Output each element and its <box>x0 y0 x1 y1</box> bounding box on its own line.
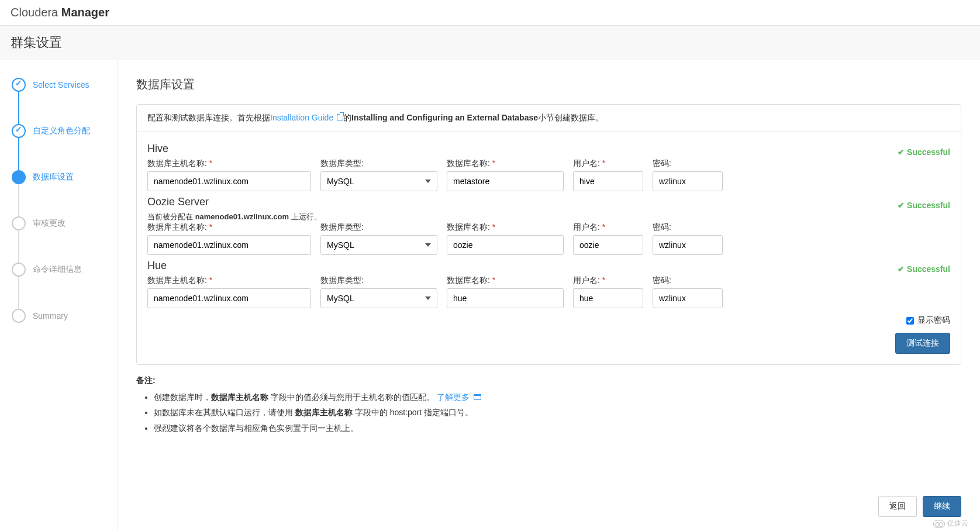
check-icon: ✔ <box>898 201 905 210</box>
step-label: 数据库设置 <box>33 172 74 182</box>
db-type-label: 数据库类型: <box>320 158 437 169</box>
continue-button[interactable]: 继续 <box>923 496 961 517</box>
db-pass-input[interactable] <box>653 288 723 308</box>
step-circle-icon <box>12 170 26 184</box>
notes-title: 备注: <box>136 375 961 386</box>
footer-actions: 返回 继续 <box>878 496 961 517</box>
app-header: Cloudera Manager <box>0 0 980 26</box>
wizard-sidebar: Select Services自定义角色分配数据库设置审核更改命令详细信息Sum… <box>0 60 117 531</box>
db-host-input[interactable] <box>147 288 311 308</box>
db-host-label: 数据库主机名称: * <box>147 222 311 233</box>
info-prefix: 配置和测试数据库连接。首先根据 <box>147 113 270 122</box>
form-row: 数据库主机名称: *数据库类型:MySQL数据库名称: *用户名: *密码: <box>147 275 950 308</box>
db-name-input[interactable] <box>447 235 564 255</box>
show-password-label: 显示密码 <box>917 315 950 326</box>
show-password-toggle[interactable]: 显示密码 <box>906 315 950 326</box>
show-password-checkbox[interactable] <box>906 317 914 325</box>
panel-info: 配置和测试数据库连接。首先根据Installation Guide 的Insta… <box>137 105 961 132</box>
step-circle-icon <box>12 263 26 277</box>
step-circle-icon <box>12 309 26 323</box>
db-type-label: 数据库类型: <box>320 222 437 233</box>
info-suffix: 小节创建数据库。 <box>538 113 603 122</box>
main-content: 数据库设置 配置和测试数据库连接。首先根据Installation Guide … <box>117 60 980 531</box>
section-title: Hue <box>147 260 950 272</box>
form-row: 数据库主机名称: *数据库类型:MySQL数据库名称: *用户名: *密码: <box>147 222 950 255</box>
check-icon: ✔ <box>898 147 905 157</box>
wizard-step-2[interactable]: 数据库设置 <box>12 170 117 184</box>
step-label: Summary <box>33 311 68 320</box>
watermark-icon <box>933 520 945 528</box>
db-user-input[interactable] <box>573 235 643 255</box>
db-type-select[interactable]: MySQL <box>320 235 437 255</box>
db-host-label: 数据库主机名称: * <box>147 158 311 169</box>
section-title: Hive <box>147 143 950 155</box>
step-label: 自定义角色分配 <box>33 126 90 136</box>
db-type-label: 数据库类型: <box>320 275 437 286</box>
db-name-input[interactable] <box>447 171 564 191</box>
db-section-hive: Hive✔Successful数据库主机名称: *数据库类型:MySQL数据库名… <box>147 143 950 191</box>
db-pass-label: 密码: <box>653 275 723 286</box>
page-title: 数据库设置 <box>136 77 961 92</box>
db-section-oozie-server: Oozie Server✔Successful当前被分配在 namenode01… <box>147 196 950 255</box>
page-subtitle: 群集设置 <box>0 26 980 60</box>
db-pass-label: 密码: <box>653 158 723 169</box>
db-type-select[interactable]: MySQL <box>320 171 437 191</box>
db-pass-input[interactable] <box>653 235 723 255</box>
install-guide-link[interactable]: Installation Guide <box>270 113 343 122</box>
step-label: 命令详细信息 <box>33 264 82 275</box>
db-type-select[interactable]: MySQL <box>320 288 437 308</box>
notes-section: 备注: 创建数据库时，数据库主机名称 字段中的值必须与您用于主机名称的值匹配。 … <box>136 375 961 435</box>
db-user-input[interactable] <box>573 171 643 191</box>
db-user-label: 用户名: * <box>573 275 643 286</box>
wizard-step-0[interactable]: Select Services <box>12 78 117 92</box>
db-host-input[interactable] <box>147 171 311 191</box>
info-mid: 的 <box>343 113 351 122</box>
back-button[interactable]: 返回 <box>878 496 917 517</box>
panel-actions: 显示密码测试连接 <box>147 311 950 354</box>
assigned-note: 当前被分配在 namenode01.wzlinux.com 上运行。 <box>147 212 950 222</box>
check-icon: ✔ <box>898 264 905 274</box>
db-host-label: 数据库主机名称: * <box>147 275 311 286</box>
db-name-label: 数据库名称: * <box>447 275 564 286</box>
brand-light: Cloudera <box>11 6 58 19</box>
db-name-label: 数据库名称: * <box>447 222 564 233</box>
db-pass-label: 密码: <box>653 222 723 233</box>
db-user-label: 用户名: * <box>573 158 643 169</box>
new-tab-icon <box>474 394 481 400</box>
step-circle-icon <box>12 216 26 230</box>
db-pass-input[interactable] <box>653 171 723 191</box>
success-badge: ✔Successful <box>898 147 950 157</box>
section-title: Oozie Server <box>147 196 950 208</box>
success-badge: ✔Successful <box>898 264 950 274</box>
wizard-step-1[interactable]: 自定义角色分配 <box>12 124 117 138</box>
db-name-label: 数据库名称: * <box>447 158 564 169</box>
db-user-input[interactable] <box>573 288 643 308</box>
wizard-step-5: Summary <box>12 309 117 323</box>
note-item: 如数据库未在其默认端口运行，请使用 数据库主机名称 字段中的 host:port… <box>154 406 961 419</box>
db-user-label: 用户名: * <box>573 222 643 233</box>
success-badge: ✔Successful <box>898 201 950 210</box>
step-circle-icon <box>12 124 26 138</box>
brand: Cloudera Manager <box>11 6 109 19</box>
learn-more-link[interactable]: 了解更多 <box>437 392 481 402</box>
brand-bold: Manager <box>61 6 109 19</box>
test-connection-button[interactable]: 测试连接 <box>895 333 950 354</box>
info-bold: Installing and Configuring an External D… <box>351 113 538 122</box>
step-label: Select Services <box>33 80 89 89</box>
db-host-input[interactable] <box>147 235 311 255</box>
note-item: 创建数据库时，数据库主机名称 字段中的值必须与您用于主机名称的值匹配。 了解更多 <box>154 391 961 404</box>
form-row: 数据库主机名称: *数据库类型:MySQL数据库名称: *用户名: *密码: <box>147 158 950 191</box>
step-label: 审核更改 <box>33 218 65 229</box>
db-panel: 配置和测试数据库连接。首先根据Installation Guide 的Insta… <box>136 104 961 365</box>
db-section-hue: Hue✔Successful数据库主机名称: *数据库类型:MySQL数据库名称… <box>147 260 950 308</box>
note-item: 强烈建议将各个数据库与相应角色实例置于同一主机上。 <box>154 422 961 435</box>
step-circle-icon <box>12 78 26 92</box>
wizard-step-4: 命令详细信息 <box>12 263 117 277</box>
db-name-input[interactable] <box>447 288 564 308</box>
watermark: 亿速云 <box>933 519 968 529</box>
external-link-icon <box>337 114 343 120</box>
wizard-step-3: 审核更改 <box>12 216 117 230</box>
